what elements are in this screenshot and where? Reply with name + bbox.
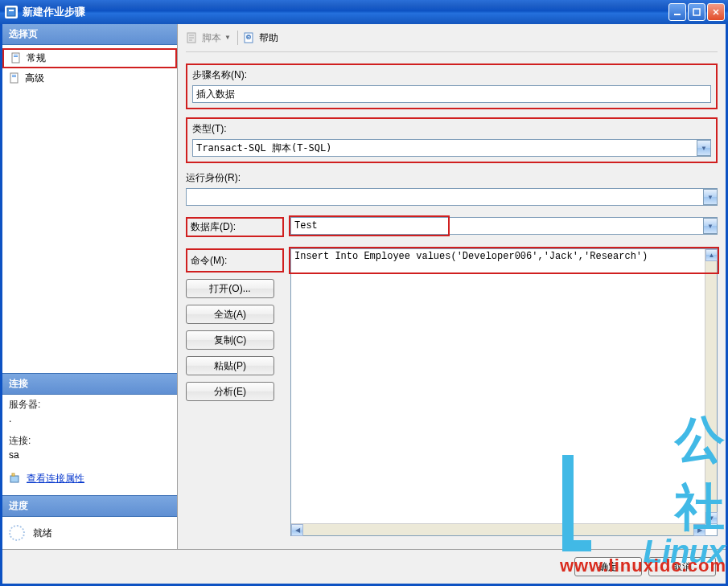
script-label: 脚本	[202, 31, 221, 45]
database-label: 数据库(D):	[191, 220, 279, 234]
svg-rect-10	[12, 75, 16, 76]
svg-rect-3	[693, 9, 700, 15]
svg-rect-2	[674, 14, 681, 15]
progress-header: 进度	[2, 495, 177, 517]
connect-value: sa	[2, 449, 177, 467]
cancel-button[interactable]: 取消	[648, 557, 716, 576]
toolbar: 脚本 ▼ ? 帮助	[186, 31, 718, 52]
select-all-button[interactable]: 全选(A)	[186, 305, 274, 324]
script-button[interactable]: 脚本 ▼	[186, 31, 232, 45]
step-name-label: 步骤名称(N):	[192, 68, 711, 82]
svg-rect-6	[12, 53, 19, 63]
page-icon	[10, 52, 23, 65]
svg-rect-8	[14, 56, 18, 57]
analyze-button[interactable]: 分析(E)	[186, 382, 274, 401]
svg-rect-13	[12, 473, 14, 476]
svg-rect-9	[10, 73, 18, 83]
nav-advanced-label: 高级	[25, 72, 44, 85]
dropdown-icon: ▼	[224, 34, 232, 42]
scrollbar-vertical[interactable]: ▲ ▼	[705, 249, 717, 524]
chevron-down-icon[interactable]: ▼	[703, 189, 717, 205]
titlebar: 新建作业步骤	[0, 0, 728, 24]
svg-rect-1	[9, 10, 14, 11]
minimize-button[interactable]	[668, 3, 686, 21]
chevron-down-icon[interactable]: ▼	[697, 140, 710, 156]
type-block: 类型(T): ▼	[186, 117, 718, 163]
nav-item-advanced[interactable]: 高级	[2, 70, 177, 87]
progress-icon	[9, 525, 25, 541]
properties-icon	[9, 473, 22, 486]
command-textarea[interactable]	[290, 248, 718, 536]
database-block: 数据库(D):	[186, 217, 284, 237]
select-page-header: 选择页	[2, 24, 177, 45]
scroll-right-icon[interactable]: ▶	[693, 524, 705, 536]
help-button[interactable]: ? 帮助	[243, 31, 278, 45]
svg-rect-0	[7, 8, 15, 16]
help-label: 帮助	[259, 31, 278, 45]
server-label: 服务器:	[2, 395, 177, 413]
window-title: 新建作业步骤	[23, 5, 668, 19]
run-as-select[interactable]	[186, 188, 718, 206]
svg-rect-11	[12, 76, 16, 77]
right-panel: 脚本 ▼ ? 帮助 步骤名称(N): 类型(T): ▼	[178, 24, 726, 549]
database-select[interactable]	[290, 217, 718, 235]
view-connection-props-link[interactable]: 查看连接属性	[27, 472, 84, 486]
step-name-block: 步骤名称(N):	[186, 64, 718, 109]
copy-button[interactable]: 复制(C)	[186, 330, 274, 350]
chevron-down-icon[interactable]: ▼	[703, 218, 717, 234]
nav-general-label: 常规	[27, 51, 46, 65]
help-icon: ?	[243, 31, 256, 44]
svg-rect-7	[14, 55, 18, 55]
nav-item-general[interactable]: 常规	[2, 48, 177, 68]
scroll-down-icon[interactable]: ▼	[705, 512, 718, 524]
ok-button[interactable]: 确定	[574, 557, 642, 576]
paste-button[interactable]: 粘贴(P)	[186, 356, 274, 375]
scrollbar-horizontal[interactable]: ◀ ▶	[291, 523, 705, 535]
footer: 确定 取消	[2, 550, 726, 584]
maximize-button[interactable]	[688, 3, 705, 21]
progress-status: 就绪	[33, 527, 52, 540]
command-label: 命令(M):	[191, 254, 227, 268]
connect-header: 连接	[2, 373, 177, 395]
step-name-input[interactable]	[192, 85, 711, 103]
app-icon	[5, 6, 18, 18]
server-value: .	[2, 413, 177, 431]
connect-label: 连接:	[2, 431, 177, 449]
scroll-up-icon[interactable]: ▲	[705, 249, 718, 261]
open-button[interactable]: 打开(O)...	[186, 279, 274, 298]
type-label: 类型(T):	[192, 122, 711, 136]
svg-rect-12	[10, 476, 19, 482]
type-select[interactable]	[192, 139, 711, 157]
command-label-block: 命令(M):	[186, 248, 284, 273]
page-icon	[9, 72, 22, 85]
scroll-left-icon[interactable]: ◀	[291, 524, 303, 536]
script-icon	[186, 31, 199, 44]
run-as-label: 运行身份(R):	[186, 171, 718, 185]
left-panel: 选择页 常规 高级 连接 服务器: . 连接: sa	[2, 24, 178, 549]
close-button[interactable]	[707, 3, 725, 21]
separator	[237, 31, 238, 45]
